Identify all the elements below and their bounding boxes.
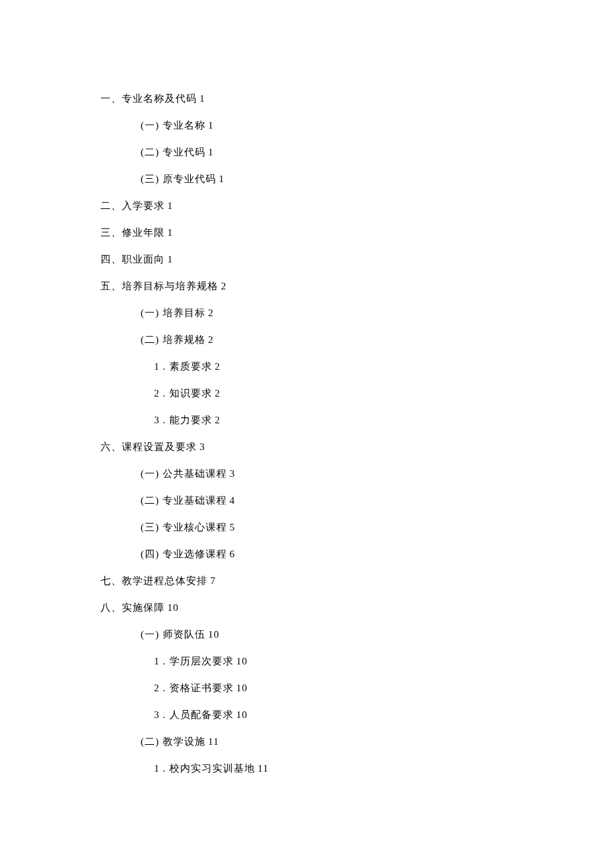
toc-entry-page: 5 bbox=[230, 522, 236, 533]
toc-entry-page: 10 bbox=[236, 709, 248, 720]
toc-entry: (三) 专业核心课程5 bbox=[141, 522, 516, 533]
toc-entry-text: 3 . 能力要求 bbox=[154, 415, 212, 425]
toc-entry: 2 . 资格证书要求10 bbox=[154, 683, 516, 693]
toc-entry-text: 三、修业年限 bbox=[100, 227, 165, 238]
toc-entry-text: 八、实施保障 bbox=[100, 602, 165, 613]
toc-entry-text: (一) 培养目标 bbox=[141, 307, 206, 318]
toc-entry: (一) 公共基础课程3 bbox=[141, 469, 516, 479]
toc-entry-text: 1 . 学历层次要求 bbox=[154, 656, 234, 666]
toc-entry-page: 2 bbox=[221, 281, 227, 291]
toc-entry-text: 四、职业面向 bbox=[100, 254, 165, 265]
toc-entry: 1 . 校内实习实训基地11 bbox=[154, 764, 516, 774]
toc-entry-text: 3 . 人员配备要求 bbox=[154, 709, 234, 720]
toc-entry: (四) 专业选修课程6 bbox=[141, 549, 516, 559]
toc-entry-page: 2 bbox=[215, 361, 221, 372]
toc-entry-page: 11 bbox=[258, 763, 268, 774]
toc-entry: 2 . 知识要求2 bbox=[154, 388, 516, 399]
toc-entry-page: 1 bbox=[167, 200, 173, 211]
toc-entry-page: 6 bbox=[230, 549, 236, 559]
toc-entry-page: 2 bbox=[215, 388, 221, 399]
toc-entry-page: 2 bbox=[215, 415, 221, 425]
toc-entry: (二) 专业代码1 bbox=[141, 147, 516, 157]
toc-entry-text: 一、专业名称及代码 bbox=[100, 93, 197, 104]
toc-entry: 八、实施保障10 bbox=[100, 603, 516, 613]
toc-entry-page: 1 bbox=[219, 173, 225, 184]
toc-entry-text: (二) 专业基础课程 bbox=[141, 495, 227, 506]
toc-entry-text: 二、入学要求 bbox=[100, 200, 165, 211]
toc-entry-text: (一) 师资队伍 bbox=[141, 629, 206, 640]
toc-entry-page: 1 bbox=[167, 254, 173, 265]
toc-entry: 3 . 人员配备要求10 bbox=[154, 710, 516, 720]
toc-entry: 一、专业名称及代码1 bbox=[100, 94, 516, 104]
toc-entry-text: (一) 专业名称 bbox=[141, 120, 206, 131]
toc-entry-page: 2 bbox=[208, 307, 214, 318]
toc-entry-text: 1 . 校内实习实训基地 bbox=[154, 763, 255, 774]
toc-entry-page: 10 bbox=[208, 629, 220, 640]
toc-entry: 3 . 能力要求2 bbox=[154, 415, 516, 425]
toc-entry: 二、入学要求1 bbox=[100, 201, 516, 211]
toc-entry-text: 六、课程设置及要求 bbox=[100, 441, 197, 452]
toc-entry-page: 3 bbox=[200, 441, 206, 452]
toc-entry-text: (三) 专业核心课程 bbox=[141, 522, 227, 533]
toc-entry: 五、培养目标与培养规格2 bbox=[100, 281, 516, 291]
toc-entry: 七、教学进程总体安排7 bbox=[100, 576, 516, 586]
toc-entry-page: 1 bbox=[208, 147, 214, 157]
toc-entry: 1 . 学历层次要求10 bbox=[154, 656, 516, 666]
toc-entry-page: 3 bbox=[230, 468, 236, 479]
toc-entry: 四、职业面向1 bbox=[100, 255, 516, 265]
toc-entry-text: (二) 教学设施 bbox=[141, 736, 206, 747]
toc-entry: 1 . 素质要求2 bbox=[154, 362, 516, 372]
toc-entry-page: 1 bbox=[167, 227, 173, 238]
toc-entry-page: 1 bbox=[200, 93, 206, 104]
toc-entry-text: (四) 专业选修课程 bbox=[141, 549, 227, 559]
toc-entry-text: (二) 专业代码 bbox=[141, 147, 206, 157]
toc-entry-text: (三) 原专业代码 bbox=[141, 173, 216, 184]
toc-entry-page: 4 bbox=[230, 495, 236, 506]
toc-entry: 六、课程设置及要求3 bbox=[100, 442, 516, 452]
toc-entry-page: 7 bbox=[210, 575, 216, 586]
toc-entry-text: 2 . 知识要求 bbox=[154, 388, 212, 399]
toc-entry: 三、修业年限1 bbox=[100, 228, 516, 238]
toc-entry-page: 10 bbox=[167, 602, 179, 613]
toc-entry: (一) 师资队伍10 bbox=[141, 630, 516, 640]
toc-entry-page: 2 bbox=[208, 334, 214, 345]
toc-entry: (一) 培养目标2 bbox=[141, 308, 516, 318]
toc-entry: (二) 培养规格2 bbox=[141, 335, 516, 345]
toc-entry-text: 2 . 资格证书要求 bbox=[154, 683, 234, 693]
toc-entry-page: 11 bbox=[208, 736, 219, 747]
toc-entry-page: 10 bbox=[236, 683, 248, 693]
table-of-contents: 一、专业名称及代码1(一) 专业名称1(二) 专业代码1(三) 原专业代码1二、… bbox=[100, 94, 516, 774]
toc-entry-page: 1 bbox=[208, 120, 214, 131]
toc-entry-text: (二) 培养规格 bbox=[141, 334, 206, 345]
toc-entry-text: 五、培养目标与培养规格 bbox=[100, 281, 218, 291]
toc-entry: (二) 专业基础课程4 bbox=[141, 496, 516, 506]
toc-entry: (二) 教学设施11 bbox=[141, 737, 516, 747]
toc-entry: (一) 专业名称1 bbox=[141, 121, 516, 131]
toc-entry-text: (一) 公共基础课程 bbox=[141, 468, 227, 479]
toc-entry-page: 10 bbox=[236, 656, 248, 666]
toc-entry-text: 七、教学进程总体安排 bbox=[100, 575, 208, 586]
toc-entry-text: 1 . 素质要求 bbox=[154, 361, 212, 372]
toc-entry: (三) 原专业代码1 bbox=[141, 174, 516, 184]
